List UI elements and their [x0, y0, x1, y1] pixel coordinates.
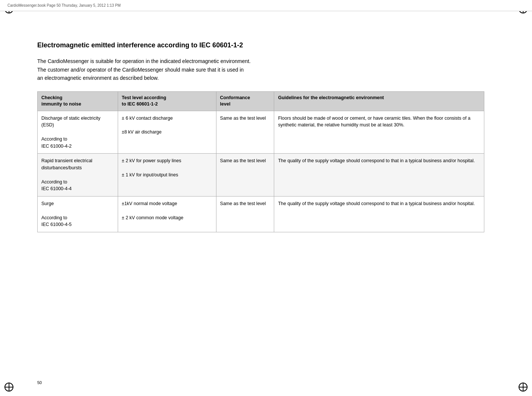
header-bar: CardioMessenger.book Page 50 Thursday, J… [0, 0, 532, 11]
cell-guidelines-1: Floors should be made of wood or cement,… [274, 111, 484, 154]
table-header-row: Checkingimmunity to noise Test level acc… [38, 91, 484, 111]
col-header-conformance: Conformancelevel [216, 91, 274, 111]
emi-table: Checkingimmunity to noise Test level acc… [37, 91, 484, 233]
cell-test-level-3: ±1kV normal mode voltage ± 2 kV common m… [118, 197, 216, 232]
cell-immunity-1: Discharge of static electricity (ESD) Ac… [38, 111, 118, 154]
content-area: Electromagnetic emitted interference acc… [37, 41, 502, 232]
col-header-test-level: Test level accordingto IEC 60601-1-2 [118, 91, 216, 111]
cell-conformance-3: Same as the test level [216, 197, 274, 232]
reg-cross-bl [4, 383, 13, 392]
cell-guidelines-3: The quality of the supply voltage should… [274, 197, 484, 232]
reg-cross-br [519, 383, 528, 392]
intro-text: The CardioMessenger is suitable for oper… [37, 57, 447, 82]
cell-test-level-1: ± 6 kV contact discharge ±8 kV air disch… [118, 111, 216, 154]
cell-guidelines-2: The quality of the supply voltage should… [274, 154, 484, 197]
section-title: Electromagnetic emitted interference acc… [37, 41, 502, 50]
col-header-checking: Checkingimmunity to noise [38, 91, 118, 111]
table-row: Rapid transient elec­trical disturbances… [38, 154, 484, 197]
col-header-guidelines: Guidelines for the electromagnetic envir… [274, 91, 484, 111]
cell-conformance-2: Same as the test level [216, 154, 274, 197]
table-row: Discharge of static electricity (ESD) Ac… [38, 111, 484, 154]
cell-test-level-2: ± 2 kV for power supply lines ± 1 kV for… [118, 154, 216, 197]
cell-immunity-2: Rapid transient elec­trical disturbances… [38, 154, 118, 197]
cell-conformance-1: Same as the test level [216, 111, 274, 154]
table-row: Surge According to IEC 61000-4-5 ±1kV no… [38, 197, 484, 232]
page-number: 50 [37, 380, 42, 385]
cell-immunity-3: Surge According to IEC 61000-4-5 [38, 197, 118, 232]
page-container: CardioMessenger.book Page 50 Thursday, J… [0, 0, 532, 396]
header-title: CardioMessenger.book Page 50 Thursday, J… [7, 3, 121, 7]
